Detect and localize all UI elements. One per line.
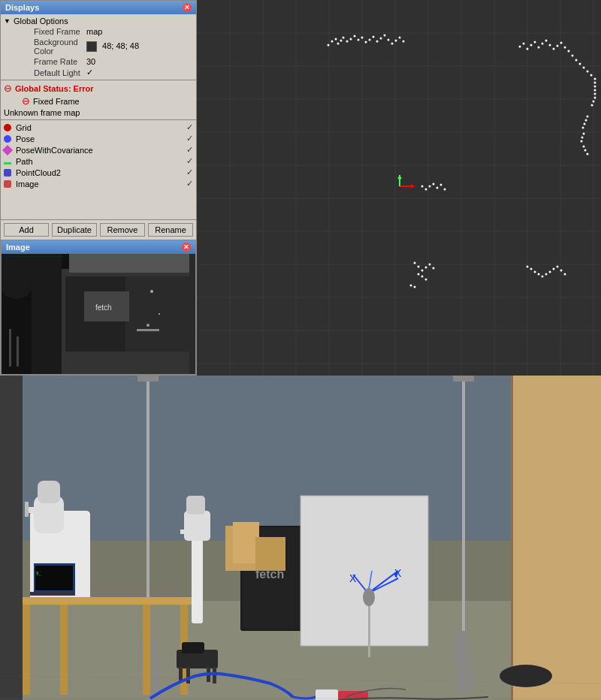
add-button[interactable]: Add	[4, 223, 49, 237]
svg-point-54	[376, 41, 379, 43]
pose-covariance-item[interactable]: PoseWithCovariance ✓	[1, 144, 196, 155]
svg-rect-139	[0, 376, 23, 700]
svg-point-50	[361, 37, 364, 39]
grid-label: Grid	[16, 123, 32, 132]
svg-point-93	[582, 127, 584, 129]
default-light-value: ✓	[86, 68, 193, 77]
pose-label: Pose	[16, 134, 35, 143]
global-options-item[interactable]: ▼ Global Options	[1, 16, 196, 26]
global-status-label: Global Status: Error	[15, 84, 94, 93]
svg-point-97	[583, 146, 585, 148]
svg-point-105	[545, 273, 548, 276]
svg-point-113	[429, 186, 431, 188]
svg-point-127	[410, 285, 412, 287]
svg-rect-143	[453, 376, 474, 382]
svg-point-102	[534, 271, 536, 273]
room-view-svg: $_ fetch V X X	[0, 376, 601, 700]
svg-point-70	[549, 44, 551, 47]
svg-point-79	[583, 67, 585, 69]
svg-rect-160	[35, 566, 73, 590]
displays-title-bar: Displays ✕	[1, 1, 196, 14]
svg-point-72	[557, 45, 559, 47]
svg-rect-4	[125, 276, 189, 352]
image-panel-close-button[interactable]: ✕	[182, 243, 191, 252]
svg-point-69	[545, 40, 548, 42]
svg-point-81	[590, 74, 593, 77]
svg-point-87	[594, 97, 596, 99]
pointcloud2-item[interactable]: PointCloud2 ✓	[1, 167, 196, 178]
camera-view: fetch	[2, 254, 189, 374]
svg-rect-188	[192, 533, 203, 623]
fixed-frame-row: Fixed Frame map	[1, 26, 196, 37]
image-list-item[interactable]: Image ✓	[1, 178, 196, 189]
svg-rect-169	[300, 496, 428, 646]
svg-point-68	[542, 43, 544, 45]
svg-point-48	[354, 35, 356, 38]
fixed-frame-status-item[interactable]: ⊖ Fixed Frame	[1, 95, 196, 107]
svg-point-41	[335, 38, 337, 41]
svg-point-103	[538, 273, 540, 276]
image-label: Image	[16, 180, 39, 189]
grid-item[interactable]: Grid ✓	[1, 122, 196, 133]
svg-point-42	[337, 43, 340, 45]
remove-button[interactable]: Remove	[100, 223, 145, 237]
frame-rate-value: 30	[86, 57, 193, 66]
rename-button[interactable]: Rename	[148, 223, 193, 237]
frame-rate-name: Frame Rate	[4, 57, 86, 66]
error-icon: ⊖	[22, 95, 30, 107]
pose-cov-check: ✓	[186, 145, 193, 155]
svg-rect-15	[17, 336, 19, 367]
svg-point-11	[159, 313, 160, 315]
path-check: ✓	[186, 156, 193, 166]
svg-point-92	[584, 123, 586, 125]
pointcloud2-icon	[4, 169, 11, 177]
svg-point-118	[414, 262, 416, 264]
svg-point-53	[373, 36, 375, 38]
svg-point-75	[568, 50, 570, 53]
svg-point-90	[587, 116, 589, 118]
map-view[interactable]	[197, 0, 601, 376]
svg-point-114	[433, 183, 435, 186]
path-item[interactable]: Path ✓	[1, 155, 196, 167]
collapse-icon: ▼	[4, 17, 11, 25]
svg-point-78	[579, 63, 581, 65]
global-status-item[interactable]: ⊖ Global Status: Error	[1, 82, 196, 95]
svg-point-9	[2, 276, 32, 299]
grid-check: ✓	[186, 122, 193, 132]
fixed-frame-status-label: Fixed Frame	[33, 97, 80, 106]
svg-point-124	[418, 273, 420, 276]
svg-point-49	[358, 39, 360, 41]
fixed-frame-status-value-row: Unknown frame map	[1, 107, 196, 118]
svg-rect-5	[69, 254, 189, 273]
pose-check: ✓	[186, 134, 193, 143]
svg-point-100	[527, 266, 529, 268]
displays-title: Displays	[5, 3, 39, 12]
svg-point-57	[388, 39, 390, 41]
duplicate-button[interactable]: Duplicate	[52, 223, 97, 237]
svg-point-12	[146, 324, 149, 327]
svg-point-59	[395, 40, 397, 42]
svg-point-91	[585, 119, 587, 122]
path-icon	[4, 162, 11, 164]
pose-item[interactable]: Pose ✓	[1, 133, 196, 144]
pointcloud2-label: PointCloud2	[16, 168, 61, 177]
svg-rect-180	[186, 667, 190, 683]
svg-point-111	[421, 186, 424, 188]
svg-text:$_: $_	[36, 570, 42, 576]
separator2	[1, 119, 196, 120]
svg-point-125	[421, 276, 424, 278]
global-options-label: Global Options	[14, 17, 68, 26]
svg-rect-14	[9, 329, 11, 367]
svg-point-115	[436, 187, 439, 189]
image-icon	[4, 180, 11, 188]
svg-point-10	[150, 290, 153, 293]
svg-point-119	[418, 266, 420, 268]
svg-point-86	[594, 93, 596, 95]
image-panel: Image ✕	[1, 240, 196, 375]
svg-point-88	[593, 101, 595, 103]
svg-point-65	[530, 44, 533, 47]
svg-point-51	[365, 41, 367, 44]
close-button[interactable]: ✕	[183, 3, 192, 12]
svg-rect-159	[30, 592, 75, 596]
svg-rect-137	[511, 376, 601, 700]
